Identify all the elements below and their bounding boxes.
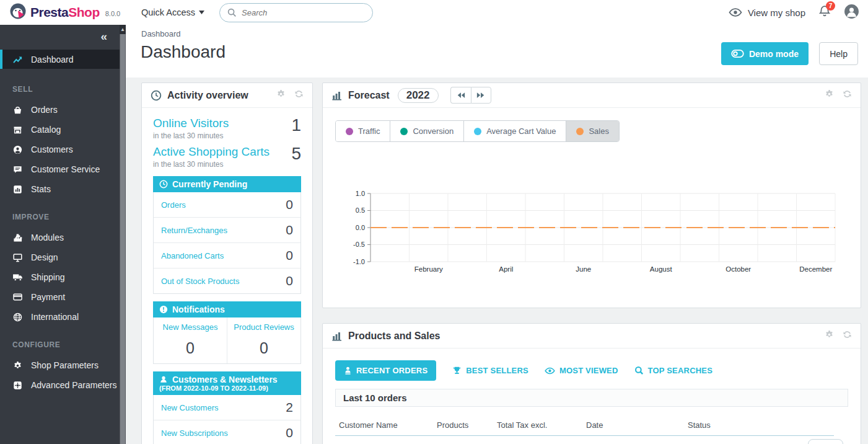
product-reviews-link[interactable]: Product Reviews (230, 322, 298, 332)
online-visitors-value: 1 (291, 115, 301, 135)
settings-gear-icon[interactable] (825, 89, 834, 101)
customers-list: New Customers2 New Subscriptions0 (153, 395, 301, 444)
sidebar-item-dashboard[interactable]: Dashboard (0, 50, 120, 69)
search-input[interactable] (242, 8, 353, 17)
section-title: Customers & Newsletters (172, 375, 278, 384)
sidebar-item-shop-parameters[interactable]: Shop Parameters (0, 355, 120, 375)
tab-label: Sales (589, 127, 609, 136)
sidebar-item-modules[interactable]: Modules (0, 228, 120, 247)
avatar-icon (844, 4, 859, 19)
sidebar-item-label: Catalog (31, 125, 61, 135)
product-reviews-cell: Product Reviews 0 (227, 317, 300, 363)
view-my-shop-link[interactable]: View my shop (729, 7, 805, 18)
sidebar-item-shipping[interactable]: Shipping (0, 267, 120, 287)
notifications-button[interactable]: 7 (819, 5, 830, 20)
list-item: Orders0 (154, 192, 300, 218)
settings-gear-icon[interactable] (276, 89, 286, 101)
sidebar-item-catalog[interactable]: Catalog (0, 120, 120, 140)
credit-card-icon (12, 293, 23, 301)
tab-most-viewed[interactable]: MOST VIEWED (545, 366, 618, 375)
help-button[interactable]: Help (819, 42, 858, 65)
sidebar-item-label: Customer Service (31, 164, 100, 174)
prestashop-logo[interactable]: PrestaShop 8.0.0 (0, 3, 131, 22)
online-visitors-link[interactable]: Online Visitors (153, 117, 301, 130)
tab-recent-orders[interactable]: RECENT ORDERS (335, 360, 436, 381)
svg-text:0.5: 0.5 (356, 206, 365, 214)
sidebar-item-orders[interactable]: Orders (0, 100, 120, 120)
orders-table: Customer Name Products Total Tax excl. D… (335, 407, 848, 444)
sidebar-item-customers[interactable]: Customers (0, 140, 120, 159)
new-customers-link[interactable]: New Customers (161, 403, 218, 412)
tab-top-searches[interactable]: TOP SEARCHES (634, 366, 713, 375)
tab-traffic[interactable]: Traffic (336, 121, 390, 141)
basket-icon (12, 105, 23, 115)
order-details-button[interactable] (808, 439, 843, 444)
sidebar-item-design[interactable]: Design (0, 247, 120, 267)
forecast-chart: 1.00.50.0-0.5-1.0FebruaryAprilJuneAugust… (335, 189, 849, 284)
sidebar-collapse-button[interactable]: « (0, 25, 120, 47)
new-customers-count: 2 (286, 400, 293, 415)
truck-icon (12, 273, 23, 282)
refresh-icon[interactable] (843, 330, 852, 342)
sidebar: « Dashboard SELL Orders Catalog Customer… (0, 25, 120, 444)
view-my-shop-label: View my shop (748, 7, 805, 18)
sidebar-item-payment[interactable]: Payment (0, 287, 120, 307)
abandoned-carts-link[interactable]: Abandoned Carts (161, 251, 224, 260)
breadcrumb[interactable]: Dashboard (141, 29, 181, 38)
search-box[interactable] (219, 3, 373, 22)
tab-sales[interactable]: Sales (566, 121, 619, 141)
section-title: Currently Pending (172, 179, 247, 189)
tab-conversion[interactable]: Conversion (390, 121, 464, 141)
top-bar: PrestaShop 8.0.0 Quick Access View my sh… (0, 0, 868, 25)
metric-subtitle: in the last 30 minutes (153, 131, 301, 140)
panel-title: Activity overview (167, 90, 248, 101)
tab-average-cart-value[interactable]: Average Cart Value (464, 121, 566, 141)
out-of-stock-count: 0 (286, 273, 293, 288)
refresh-icon[interactable] (294, 89, 304, 101)
returns-link[interactable]: Return/Exchanges (161, 226, 227, 235)
scrollbar-up-arrow[interactable]: ▲ (120, 25, 126, 34)
monitor-icon (12, 253, 23, 262)
traffic-dot-icon (346, 128, 353, 135)
out-of-stock-link[interactable]: Out of Stock Products (161, 277, 239, 286)
double-chevron-left-icon (457, 92, 465, 99)
column-date: Date (582, 420, 684, 430)
column-status: Status (684, 420, 848, 430)
sidebar-item-international[interactable]: International (0, 307, 120, 327)
account-button[interactable] (844, 4, 859, 22)
new-subscriptions-count: 0 (286, 425, 293, 440)
chevron-down-icon (199, 11, 204, 14)
sidebar-item-stats[interactable]: Stats (0, 179, 120, 199)
trophy-icon (452, 366, 462, 375)
sidebar-section-improve: IMPROVE (0, 199, 120, 228)
settings-gear-icon[interactable] (825, 330, 834, 342)
tab-label: MOST VIEWED (559, 366, 618, 375)
svg-text:December: December (799, 265, 832, 273)
previous-year-button[interactable] (450, 87, 471, 104)
online-visitors-metric: Online Visitors 1 in the last 30 minutes (153, 117, 301, 140)
person-podium-icon (344, 366, 352, 375)
sidebar-item-label: Shipping (31, 272, 65, 282)
quick-access-dropdown[interactable]: Quick Access (141, 7, 204, 17)
active-carts-link[interactable]: Active Shopping Carts (153, 145, 301, 159)
table-row (335, 436, 848, 444)
demo-mode-button[interactable]: Demo mode (721, 42, 809, 65)
orders-link[interactable]: Orders (161, 200, 186, 210)
product-reviews-count: 0 (230, 339, 298, 357)
main-area: Dashboard Dashboard Demo mode Help Activ… (126, 25, 868, 444)
sidebar-scrollbar[interactable]: ▲ (120, 25, 126, 444)
refresh-icon[interactable] (843, 89, 852, 101)
new-messages-link[interactable]: New Messages (156, 322, 224, 332)
year-selector[interactable]: 2022 (398, 88, 439, 103)
sidebar-item-label: Modules (31, 233, 64, 242)
next-year-button[interactable] (471, 87, 491, 104)
sidebar-item-customer-service[interactable]: Customer Service (0, 159, 120, 179)
new-subscriptions-link[interactable]: New Subscriptions (161, 428, 228, 438)
svg-text:February: February (414, 265, 443, 273)
svg-text:April: April (499, 265, 513, 273)
last-10-orders-header: Last 10 orders (335, 389, 848, 407)
scrollbar-thumb[interactable] (120, 34, 125, 444)
tab-best-sellers[interactable]: BEST SELLERS (452, 366, 528, 375)
sidebar-item-advanced-parameters[interactable]: Advanced Parameters (0, 375, 120, 395)
active-carts-value: 5 (291, 144, 301, 164)
